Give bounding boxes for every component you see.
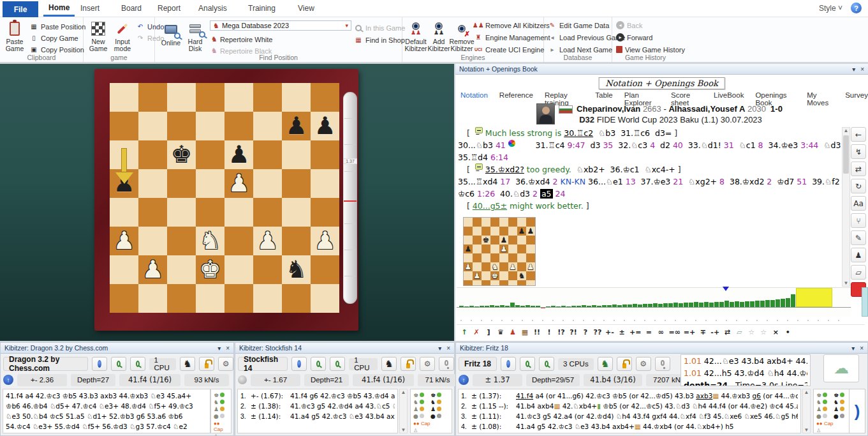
board-square[interactable] <box>110 83 138 112</box>
notation-token[interactable]: 35...♖xd4 <box>458 177 500 186</box>
kibitzer-titlebar[interactable]: Kibitzer: Fritz 18 ▾× <box>456 343 867 354</box>
eval-bar[interactable] <box>791 294 795 307</box>
board-square[interactable] <box>311 169 339 198</box>
collapse-icon[interactable]: ▾ <box>852 66 855 73</box>
board-square[interactable] <box>253 284 282 313</box>
cpu-count[interactable]: 3 CPUs <box>558 358 594 370</box>
board-square[interactable] <box>253 255 282 284</box>
current-move-highlight[interactable]: a5 <box>540 189 553 199</box>
board-square[interactable] <box>167 255 196 284</box>
notation-token[interactable]: 36.♔xd4 <box>515 177 552 186</box>
board-square[interactable] <box>196 140 224 169</box>
annotation-symbol-button[interactable]: ? <box>580 327 591 338</box>
eval-bar[interactable] <box>725 301 729 307</box>
menu-tab-board[interactable]: Board <box>116 0 147 17</box>
in-this-game-button[interactable]: In this Game <box>354 22 405 33</box>
notation-token[interactable]: 33.♘d1! <box>688 140 724 150</box>
pieces-icon[interactable]: ♟ <box>851 248 866 262</box>
menu-tab-insert[interactable]: Insert <box>75 0 105 17</box>
engine-knight-button[interactable]: ♞ <box>381 357 397 371</box>
piece-wp[interactable]: ♟ <box>253 227 282 255</box>
notation-token[interactable]: d2 <box>660 140 673 150</box>
board-square[interactable] <box>282 83 311 112</box>
board-square[interactable] <box>110 284 138 313</box>
piece-wp[interactable]: ♟ <box>138 255 167 284</box>
board-square[interactable] <box>282 140 311 169</box>
tab-plan-explorer[interactable]: Plan Explorer <box>624 91 659 103</box>
eval-bar[interactable] <box>730 302 734 307</box>
board-square[interactable] <box>138 140 167 169</box>
board-square[interactable] <box>110 112 138 140</box>
tab-notation[interactable]: Notation <box>460 91 488 103</box>
cpu-count[interactable]: 1 CPU <box>149 358 176 370</box>
kibitzer-titlebar[interactable]: Kibitzer: Dragon 3.2 by Chess.com ▾× <box>1 343 233 354</box>
notation-token[interactable]: 36...♘e1 <box>588 177 626 186</box>
annotation-symbol-button[interactable]: ?? <box>592 327 603 338</box>
evaluation-profile-chart[interactable] <box>457 287 851 317</box>
lines-scrollbar[interactable]: ▲▼ <box>399 389 408 433</box>
stop-engine-button[interactable] <box>501 357 516 371</box>
history-forward-button[interactable]: ▸Forward <box>616 32 652 43</box>
engine-knight-button[interactable]: ♞ <box>180 357 195 371</box>
menu-tab-report[interactable]: Report <box>152 0 186 17</box>
board-square[interactable] <box>311 140 339 169</box>
find-in-shop-button[interactable]: ▦Find in Shop <box>354 34 405 45</box>
tab-survey[interactable]: Survey <box>845 91 868 103</box>
piece-wp[interactable]: ♟ <box>224 169 253 198</box>
settings-gear-button[interactable]: ⚙ <box>636 357 651 371</box>
board-square[interactable] <box>138 198 167 227</box>
notation-token[interactable]: ♔c6 <box>458 189 477 199</box>
branch-back-icon[interactable]: ← <box>851 127 866 142</box>
board-square[interactable] <box>167 83 196 112</box>
eval-bar[interactable] <box>770 300 775 307</box>
annotation-symbol-button[interactable]: = <box>644 327 654 338</box>
annotation-symbol-button[interactable]: ▱ <box>734 327 744 338</box>
annotation-symbol-button[interactable]: ↑ <box>459 327 469 338</box>
notation-token[interactable]: ♔d7 <box>777 177 797 186</box>
notation-scrollbar[interactable]: ▲▼ <box>842 127 850 287</box>
new-game-button[interactable]: New Game <box>86 20 110 53</box>
board-square[interactable] <box>138 284 167 313</box>
paste-position-button[interactable]: ▦Paste Position <box>29 21 85 32</box>
input-mode-button[interactable]: Input mode <box>110 20 135 53</box>
collapse-icon[interactable]: ▾ <box>217 345 221 352</box>
collapse-icon[interactable]: ▾ <box>851 345 855 352</box>
board-square[interactable] <box>253 169 282 198</box>
eval-bar[interactable] <box>510 303 515 307</box>
eval-highlight-block[interactable] <box>796 288 832 307</box>
board-square[interactable] <box>167 169 196 198</box>
menu-tab-training[interactable]: Training <box>243 0 281 17</box>
board-square[interactable] <box>196 169 224 198</box>
evaluation-slider[interactable]: 1.37 <box>343 92 357 304</box>
engine-knight-button[interactable]: ♞ <box>598 357 613 371</box>
notation-token[interactable]: ♘xg2+ <box>688 177 719 186</box>
annotation-symbol-button[interactable]: ± <box>617 327 627 338</box>
engine-name-button[interactable]: Fritz 18 <box>459 357 497 371</box>
eval-bar[interactable] <box>776 299 780 307</box>
cloud-engine-button[interactable]: ☁ <box>823 354 859 382</box>
lock-button[interactable] <box>617 357 632 371</box>
board-square[interactable] <box>253 83 282 112</box>
board-square[interactable] <box>224 284 253 313</box>
tab-reference[interactable]: Reference <box>499 91 533 103</box>
annotation-symbol-button[interactable]: ✗ <box>471 327 482 338</box>
eval-bar[interactable] <box>694 302 698 307</box>
notation-token[interactable]: 31.♖c4 <box>515 140 568 150</box>
add-kibitzer-button[interactable]: ♟♟ Add Kibitzer <box>427 20 451 53</box>
annotation-symbol-button[interactable]: =+ <box>683 327 696 338</box>
eval-bar[interactable] <box>786 298 790 307</box>
annotation-symbol-button[interactable]: × <box>770 327 781 338</box>
eraser-icon[interactable]: ▱ <box>851 265 866 280</box>
notation-token[interactable]: 35.♔xd2? <box>485 165 524 174</box>
close-icon[interactable]: × <box>860 66 864 73</box>
notation-token[interactable]: 40.♘d3 <box>500 189 533 199</box>
zoom-in-button[interactable] <box>311 357 326 371</box>
lightbulb-button[interactable] <box>439 357 454 371</box>
board-square[interactable] <box>167 198 196 227</box>
black-player-name[interactable]: Alhassadi,Yousef A <box>668 104 745 114</box>
zoom-out-button[interactable] <box>539 357 554 371</box>
board-square[interactable] <box>253 198 282 227</box>
annotation-symbol-button[interactable]: ] <box>483 327 494 338</box>
notation-token[interactable]: 30...♘b3 <box>458 140 496 150</box>
eval-bar[interactable] <box>709 303 714 307</box>
